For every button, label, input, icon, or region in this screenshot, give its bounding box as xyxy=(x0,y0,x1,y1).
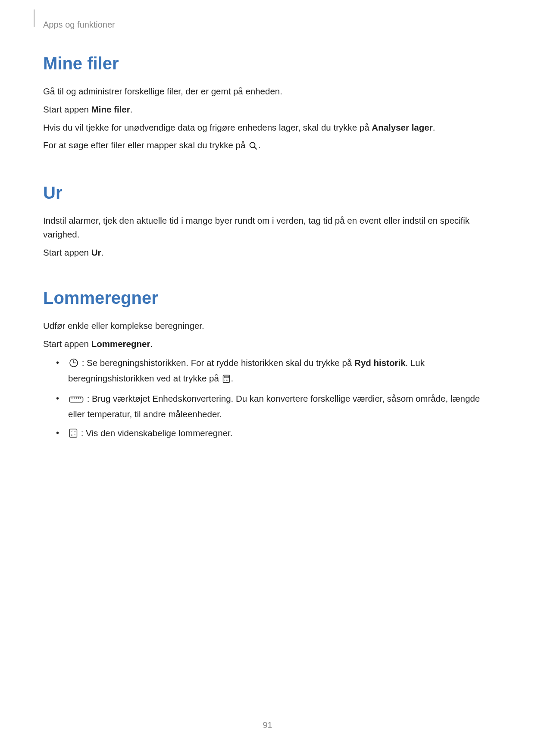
mine-filer-p4: For at søge efter filer eller mapper ska… xyxy=(43,138,492,154)
text: . xyxy=(130,104,133,114)
clock-icon xyxy=(69,358,78,372)
page-content: Apps og funktioner Mine filer Gå til og … xyxy=(0,0,535,442)
bold-text: Lommeregner xyxy=(91,339,150,349)
scientific-calc-icon: √πe= xyxy=(69,428,78,442)
svg-point-11 xyxy=(226,380,227,381)
text: . xyxy=(231,373,234,383)
text: . xyxy=(101,247,104,257)
heading-ur: Ur xyxy=(43,183,492,203)
text: : Vis den videnskabelige lommeregner. xyxy=(78,428,232,438)
text: . xyxy=(150,339,153,349)
text: Start appen xyxy=(43,339,91,349)
bold-text: Mine filer xyxy=(91,104,130,114)
text: For at søge efter filer eller mapper ska… xyxy=(43,140,248,150)
svg-text:√: √ xyxy=(71,430,73,433)
keypad-icon xyxy=(222,373,230,387)
text: Start appen xyxy=(43,247,91,257)
bold-text: Ryd historik xyxy=(354,358,405,368)
list-item: : Se beregningshistorikken. For at rydde… xyxy=(56,356,492,387)
bold-text: Ur xyxy=(91,247,101,257)
text: . xyxy=(433,122,435,132)
lommeregner-p2: Start appen Lommeregner. xyxy=(43,337,492,351)
svg-point-12 xyxy=(227,380,228,381)
list-item: √πe= : Vis den videnskabelige lommeregne… xyxy=(56,426,492,442)
text: Start appen xyxy=(43,104,91,114)
ur-p1: Indstil alarmer, tjek den aktuelle tid i… xyxy=(43,214,492,241)
list-item: : Brug værktøjet Enhedskonvertering. Du … xyxy=(56,392,492,421)
mine-filer-p1: Gå til og administrer forskellige filer,… xyxy=(43,84,492,98)
text: Hvis du vil tjekke for unødvendige data … xyxy=(43,122,372,132)
text: : Se beregningshistorikken. For at rydde… xyxy=(79,358,354,368)
svg-point-7 xyxy=(224,378,225,379)
page-number: 91 xyxy=(0,720,535,730)
svg-text:=: = xyxy=(74,434,75,436)
svg-point-8 xyxy=(226,378,227,379)
lommeregner-p1: Udfør enkle eller komplekse beregninger. xyxy=(43,319,492,333)
svg-point-10 xyxy=(224,380,225,381)
lommeregner-bullets: : Se beregningshistorikken. For at rydde… xyxy=(56,356,492,442)
search-icon xyxy=(249,140,257,154)
header-rule xyxy=(34,9,35,27)
mine-filer-p2: Start appen Mine filer. xyxy=(43,103,492,116)
svg-rect-6 xyxy=(224,376,228,378)
breadcrumb: Apps og funktioner xyxy=(43,20,492,30)
text: . xyxy=(258,140,261,150)
svg-point-9 xyxy=(227,378,228,379)
mine-filer-p3: Hvis du vil tjekke for unødvendige data … xyxy=(43,121,492,134)
heading-mine-filer: Mine filer xyxy=(43,54,492,73)
svg-line-1 xyxy=(254,147,257,149)
bold-text: Analyser lager xyxy=(372,122,432,132)
heading-lommeregner: Lommeregner xyxy=(43,288,492,308)
text: : Brug værktøjet Enhedskonvertering. Du … xyxy=(68,394,480,419)
ur-p2: Start appen Ur. xyxy=(43,246,492,259)
svg-text:e: e xyxy=(71,434,72,436)
ruler-icon xyxy=(69,394,84,407)
svg-text:π: π xyxy=(74,430,76,433)
